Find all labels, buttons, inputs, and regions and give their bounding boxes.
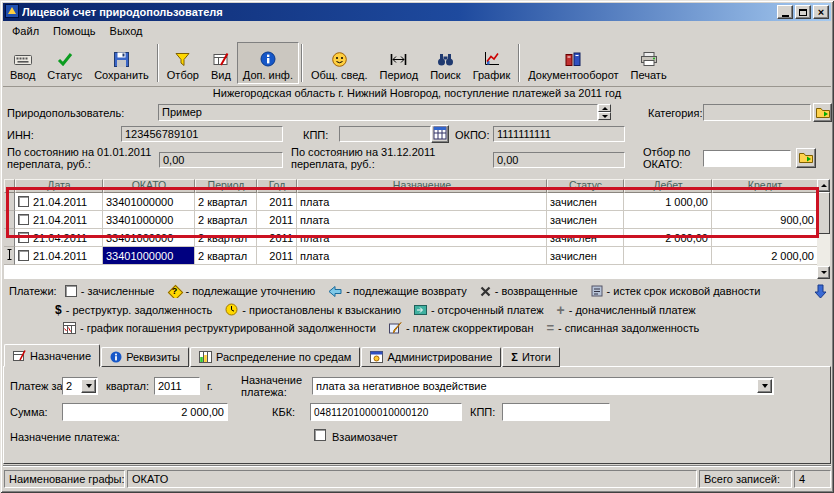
spin-up-icon[interactable]	[598, 104, 611, 112]
folder-icon	[816, 106, 830, 120]
menu-help[interactable]: Помощь	[46, 23, 103, 39]
toolbar-separator	[518, 44, 520, 82]
toolbar-button-obsh-sved[interactable]: Общ. свед.	[305, 42, 374, 84]
sum-label: Сумма:	[10, 406, 48, 418]
table-row-current[interactable]: 21.04.2011 33401000000 2 квартал 2011 пл…	[4, 247, 817, 265]
column-header-status[interactable]: Статус	[547, 179, 624, 193]
tab-raspredelenie[interactable]: Распределение по средам	[190, 347, 360, 367]
menu-exit[interactable]: Выход	[103, 23, 150, 39]
cell-date: 21.04.2011	[15, 229, 103, 247]
okpo-field[interactable]: 1111111111	[493, 126, 625, 142]
balance-end-field[interactable]: 0,00	[493, 152, 625, 168]
tab-administrirovanie[interactable]: Администрирование	[361, 347, 501, 367]
table-row[interactable]: 21.04.2011 33401000000 2 квартал 2011 пл…	[4, 193, 817, 211]
okato-filter-button[interactable]	[796, 148, 816, 168]
minimize-icon	[782, 15, 789, 17]
tab-rekvizity[interactable]: Реквизиты	[101, 347, 189, 367]
table-row[interactable]: 21.04.2011 33401000000 2 квартал 2011 пл…	[4, 211, 817, 229]
keyboard-icon	[14, 51, 32, 67]
legend-item: - график погашения реструктурированной з…	[63, 322, 376, 334]
toolbar-button-view[interactable]: Вид	[205, 42, 237, 84]
kpp-field[interactable]	[339, 126, 431, 142]
cell-status: зачислен	[547, 193, 624, 211]
cell-credit: 2 000,00	[712, 247, 817, 265]
balance-end-label: По состоянию на 31.12.2011 переплата, ру…	[291, 146, 435, 170]
column-header-period[interactable]: Период	[195, 179, 257, 193]
kpp-detail-input[interactable]	[502, 403, 610, 421]
scrollbar-thumb[interactable]	[817, 192, 830, 234]
year-input[interactable]: 2011	[154, 377, 200, 395]
scroll-up-icon	[821, 184, 827, 187]
close-icon: ×	[818, 7, 824, 18]
scroll-down-button[interactable]	[817, 266, 830, 279]
okato-filter-input[interactable]	[703, 150, 791, 167]
row-marker	[4, 211, 15, 229]
column-header-credit[interactable]: Кредит	[712, 179, 817, 193]
row-checkbox[interactable]	[18, 232, 29, 243]
tab-naznachenie[interactable]: Назначение	[4, 344, 100, 367]
region-header: Нижегородская область г. Нижний Новгород…	[3, 86, 831, 100]
row-checkbox[interactable]	[18, 250, 29, 261]
sum-input[interactable]: 2 000,00	[62, 403, 228, 421]
toolbar-button-status[interactable]: Статус	[41, 42, 88, 84]
toolbar-button-vvod[interactable]: Ввод	[4, 42, 41, 84]
purpose-combobox[interactable]: плата за негативное воздействие	[312, 377, 774, 395]
table-scrollbar[interactable]	[817, 179, 830, 279]
column-header-okato[interactable]: ОКАТО	[103, 179, 195, 193]
balance-start-field[interactable]: 0,00	[159, 152, 283, 168]
cell-debit: 1 000,00	[624, 193, 712, 211]
row-checkbox[interactable]	[18, 214, 29, 225]
toolbar-button-print[interactable]: Печать	[625, 42, 673, 84]
menu-file[interactable]: Файл	[5, 23, 46, 39]
legend-item: - платеж скорректирован	[389, 322, 533, 334]
year-suffix-label: г.	[207, 380, 213, 392]
maximize-button[interactable]	[795, 5, 811, 19]
cell-okato: 33401000000	[103, 211, 195, 229]
spin-down-icon[interactable]	[598, 112, 611, 120]
combo-dropdown-button[interactable]	[81, 379, 96, 393]
balance-start-label: По состоянию на 01.01.2011 переплата, ру…	[7, 146, 151, 170]
grid-pencil-icon	[13, 350, 26, 362]
cell-year: 2011	[257, 247, 297, 265]
offset-checkbox[interactable]	[314, 429, 326, 441]
toolbar-button-filter[interactable]: Отбор	[161, 42, 205, 84]
admin-icon	[370, 351, 383, 363]
kbk-input[interactable]: 04811201000010000120	[310, 403, 462, 421]
column-header-debit[interactable]: Дебет	[624, 179, 712, 193]
user-field[interactable]: Пример	[158, 104, 598, 121]
info-icon	[110, 351, 122, 363]
column-header-date[interactable]: Дата	[15, 179, 103, 193]
table-row[interactable]: 21.04.2011 33401000000 2 квартал 2011 пл…	[4, 229, 817, 247]
user-label: Природопользователь:	[7, 107, 124, 119]
toolbar-button-search[interactable]: Поиск	[424, 42, 466, 84]
window-controls: ×	[777, 5, 829, 19]
column-header-purpose[interactable]: Назначение	[297, 179, 547, 193]
category-field[interactable]	[703, 104, 811, 121]
user-spinner[interactable]	[598, 104, 611, 120]
cell-purpose: плата	[297, 247, 547, 265]
toolbar-button-period[interactable]: Период	[374, 42, 425, 84]
cell-year: 2011	[257, 229, 297, 247]
combo-dropdown-button[interactable]	[757, 379, 772, 393]
toolbar-button-save[interactable]: Сохранить	[88, 42, 155, 84]
kpp-picker-button[interactable]	[431, 125, 449, 143]
quarter-combobox[interactable]: 2	[62, 377, 98, 395]
cell-year: 2011	[257, 193, 297, 211]
toolbar-button-docflow[interactable]: Документооборот	[522, 42, 624, 84]
category-picker-button[interactable]	[813, 103, 832, 122]
row-checkbox[interactable]	[18, 196, 29, 207]
menubar: Файл Помощь Выход	[3, 21, 831, 40]
statusbar-column-label: Наименование графы:	[4, 470, 125, 488]
app-icon	[5, 4, 19, 20]
category-label: Категория:	[648, 107, 702, 119]
close-button[interactable]: ×	[813, 5, 829, 19]
scroll-up-button[interactable]	[817, 179, 830, 192]
tab-itogi[interactable]: Σ Итоги	[502, 347, 560, 367]
arrow-down-icon	[814, 284, 827, 301]
minimize-button[interactable]	[777, 5, 793, 19]
column-header-year[interactable]: Год	[257, 179, 297, 193]
toolbar-button-dop-inf[interactable]: Доп. инф.	[237, 42, 299, 84]
legend-item: - подлежащие возврату	[328, 285, 466, 297]
inn-field[interactable]: 123456789101	[121, 126, 283, 142]
toolbar-button-graph[interactable]: График	[467, 42, 517, 84]
